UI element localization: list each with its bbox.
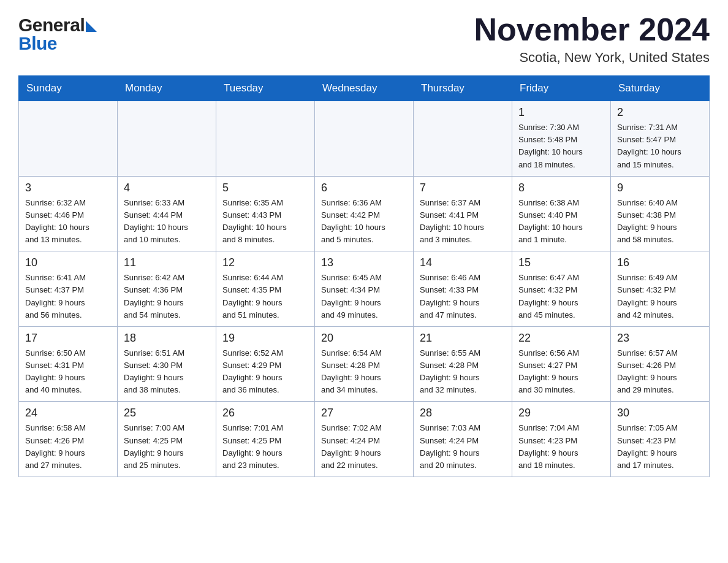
day-number: 14 bbox=[420, 256, 506, 269]
calendar-weekday-wednesday: Wednesday bbox=[315, 76, 414, 101]
calendar-cell: 26Sunrise: 7:01 AM Sunset: 4:25 PM Dayli… bbox=[216, 402, 315, 477]
logo-arrow-icon bbox=[86, 21, 97, 32]
day-info: Sunrise: 6:38 AM Sunset: 4:40 PM Dayligh… bbox=[518, 198, 583, 244]
day-number: 4 bbox=[124, 182, 210, 194]
calendar-cell bbox=[414, 101, 512, 177]
day-info: Sunrise: 6:33 AM Sunset: 4:44 PM Dayligh… bbox=[124, 198, 188, 244]
calendar-weekday-friday: Friday bbox=[512, 76, 611, 101]
day-number: 16 bbox=[617, 256, 703, 269]
day-info: Sunrise: 6:47 AM Sunset: 4:32 PM Dayligh… bbox=[518, 273, 579, 319]
day-info: Sunrise: 7:05 AM Sunset: 4:23 PM Dayligh… bbox=[617, 423, 678, 469]
day-number: 8 bbox=[518, 182, 604, 194]
calendar-cell: 16Sunrise: 6:49 AM Sunset: 4:32 PM Dayli… bbox=[611, 251, 710, 327]
day-info: Sunrise: 6:46 AM Sunset: 4:33 PM Dayligh… bbox=[420, 273, 480, 319]
calendar-cell: 20Sunrise: 6:54 AM Sunset: 4:28 PM Dayli… bbox=[315, 326, 414, 402]
calendar-week-row-3: 10Sunrise: 6:41 AM Sunset: 4:37 PM Dayli… bbox=[19, 251, 710, 327]
day-number: 23 bbox=[617, 332, 703, 345]
calendar-cell: 6Sunrise: 6:36 AM Sunset: 4:42 PM Daylig… bbox=[315, 176, 414, 251]
day-number: 20 bbox=[321, 332, 407, 345]
calendar-week-row-1: 1Sunrise: 7:30 AM Sunset: 5:48 PM Daylig… bbox=[19, 101, 710, 177]
day-number: 6 bbox=[321, 182, 407, 194]
calendar-cell: 1Sunrise: 7:30 AM Sunset: 5:48 PM Daylig… bbox=[512, 101, 611, 177]
calendar-cell: 24Sunrise: 6:58 AM Sunset: 4:26 PM Dayli… bbox=[19, 402, 118, 477]
calendar-cell: 9Sunrise: 6:40 AM Sunset: 4:38 PM Daylig… bbox=[611, 176, 710, 251]
day-number: 5 bbox=[222, 182, 308, 194]
calendar-cell: 18Sunrise: 6:51 AM Sunset: 4:30 PM Dayli… bbox=[118, 326, 216, 402]
calendar-weekday-tuesday: Tuesday bbox=[216, 76, 315, 101]
day-number: 12 bbox=[222, 256, 308, 269]
calendar-weekday-monday: Monday bbox=[118, 76, 216, 101]
day-number: 28 bbox=[420, 407, 506, 419]
day-info: Sunrise: 6:51 AM Sunset: 4:30 PM Dayligh… bbox=[124, 348, 184, 394]
calendar-cell: 8Sunrise: 6:38 AM Sunset: 4:40 PM Daylig… bbox=[512, 176, 611, 251]
calendar-cell: 25Sunrise: 7:00 AM Sunset: 4:25 PM Dayli… bbox=[118, 402, 216, 477]
calendar-cell: 7Sunrise: 6:37 AM Sunset: 4:41 PM Daylig… bbox=[414, 176, 512, 251]
day-number: 19 bbox=[222, 332, 308, 345]
calendar-cell: 10Sunrise: 6:41 AM Sunset: 4:37 PM Dayli… bbox=[19, 251, 118, 327]
location: Scotia, New York, United States bbox=[474, 50, 710, 66]
calendar-cell: 2Sunrise: 7:31 AM Sunset: 5:47 PM Daylig… bbox=[611, 101, 710, 177]
calendar-cell: 23Sunrise: 6:57 AM Sunset: 4:26 PM Dayli… bbox=[611, 326, 710, 402]
day-number: 7 bbox=[420, 182, 506, 194]
calendar-cell bbox=[315, 101, 414, 177]
calendar-table: SundayMondayTuesdayWednesdayThursdayFrid… bbox=[18, 75, 710, 477]
day-info: Sunrise: 6:50 AM Sunset: 4:31 PM Dayligh… bbox=[25, 348, 86, 394]
day-info: Sunrise: 6:36 AM Sunset: 4:42 PM Dayligh… bbox=[321, 198, 385, 244]
calendar-cell: 13Sunrise: 6:45 AM Sunset: 4:34 PM Dayli… bbox=[315, 251, 414, 327]
calendar-weekday-saturday: Saturday bbox=[611, 76, 710, 101]
day-number: 27 bbox=[321, 407, 407, 419]
day-number: 18 bbox=[124, 332, 210, 345]
logo-general-text: General bbox=[18, 15, 85, 36]
day-info: Sunrise: 6:37 AM Sunset: 4:41 PM Dayligh… bbox=[420, 198, 484, 244]
day-number: 10 bbox=[25, 256, 111, 269]
day-info: Sunrise: 6:41 AM Sunset: 4:37 PM Dayligh… bbox=[25, 273, 86, 319]
calendar-cell: 4Sunrise: 6:33 AM Sunset: 4:44 PM Daylig… bbox=[118, 176, 216, 251]
calendar-cell: 28Sunrise: 7:03 AM Sunset: 4:24 PM Dayli… bbox=[414, 402, 512, 477]
day-info: Sunrise: 6:35 AM Sunset: 4:43 PM Dayligh… bbox=[222, 198, 287, 244]
calendar-cell bbox=[19, 101, 118, 177]
day-number: 3 bbox=[25, 182, 111, 194]
day-info: Sunrise: 7:31 AM Sunset: 5:47 PM Dayligh… bbox=[617, 123, 681, 169]
day-number: 30 bbox=[617, 407, 703, 419]
calendar-header-row: SundayMondayTuesdayWednesdayThursdayFrid… bbox=[19, 76, 710, 101]
calendar-cell: 14Sunrise: 6:46 AM Sunset: 4:33 PM Dayli… bbox=[414, 251, 512, 327]
day-info: Sunrise: 6:45 AM Sunset: 4:34 PM Dayligh… bbox=[321, 273, 382, 319]
day-number: 11 bbox=[124, 256, 210, 269]
calendar-cell bbox=[118, 101, 216, 177]
day-number: 22 bbox=[518, 332, 604, 345]
day-info: Sunrise: 6:52 AM Sunset: 4:29 PM Dayligh… bbox=[222, 348, 283, 394]
calendar-cell: 3Sunrise: 6:32 AM Sunset: 4:46 PM Daylig… bbox=[19, 176, 118, 251]
logo-blue-text: Blue bbox=[18, 33, 57, 54]
calendar-cell: 17Sunrise: 6:50 AM Sunset: 4:31 PM Dayli… bbox=[19, 326, 118, 402]
day-info: Sunrise: 6:42 AM Sunset: 4:36 PM Dayligh… bbox=[124, 273, 184, 319]
logo: General Blue bbox=[18, 12, 97, 54]
calendar-week-row-4: 17Sunrise: 6:50 AM Sunset: 4:31 PM Dayli… bbox=[19, 326, 710, 402]
day-number: 26 bbox=[222, 407, 308, 419]
day-info: Sunrise: 7:01 AM Sunset: 4:25 PM Dayligh… bbox=[222, 423, 283, 469]
day-number: 15 bbox=[518, 256, 604, 269]
calendar-cell: 22Sunrise: 6:56 AM Sunset: 4:27 PM Dayli… bbox=[512, 326, 611, 402]
calendar-cell: 30Sunrise: 7:05 AM Sunset: 4:23 PM Dayli… bbox=[611, 402, 710, 477]
day-info: Sunrise: 6:57 AM Sunset: 4:26 PM Dayligh… bbox=[617, 348, 678, 394]
day-info: Sunrise: 6:54 AM Sunset: 4:28 PM Dayligh… bbox=[321, 348, 382, 394]
day-info: Sunrise: 7:04 AM Sunset: 4:23 PM Dayligh… bbox=[518, 423, 579, 469]
calendar-cell: 19Sunrise: 6:52 AM Sunset: 4:29 PM Dayli… bbox=[216, 326, 315, 402]
day-info: Sunrise: 7:00 AM Sunset: 4:25 PM Dayligh… bbox=[124, 423, 184, 469]
page-header: General Blue November 2024 Scotia, New Y… bbox=[18, 12, 710, 66]
calendar-cell: 29Sunrise: 7:04 AM Sunset: 4:23 PM Dayli… bbox=[512, 402, 611, 477]
title-section: November 2024 Scotia, New York, United S… bbox=[474, 12, 710, 66]
day-info: Sunrise: 6:49 AM Sunset: 4:32 PM Dayligh… bbox=[617, 273, 678, 319]
day-number: 2 bbox=[617, 106, 703, 119]
day-info: Sunrise: 7:02 AM Sunset: 4:24 PM Dayligh… bbox=[321, 423, 382, 469]
day-number: 21 bbox=[420, 332, 506, 345]
day-info: Sunrise: 6:44 AM Sunset: 4:35 PM Dayligh… bbox=[222, 273, 283, 319]
calendar-week-row-5: 24Sunrise: 6:58 AM Sunset: 4:26 PM Dayli… bbox=[19, 402, 710, 477]
calendar-cell bbox=[216, 101, 315, 177]
calendar-cell: 5Sunrise: 6:35 AM Sunset: 4:43 PM Daylig… bbox=[216, 176, 315, 251]
day-number: 29 bbox=[518, 407, 604, 419]
calendar-cell: 21Sunrise: 6:55 AM Sunset: 4:28 PM Dayli… bbox=[414, 326, 512, 402]
calendar-cell: 15Sunrise: 6:47 AM Sunset: 4:32 PM Dayli… bbox=[512, 251, 611, 327]
day-info: Sunrise: 7:30 AM Sunset: 5:48 PM Dayligh… bbox=[518, 123, 583, 169]
day-info: Sunrise: 6:32 AM Sunset: 4:46 PM Dayligh… bbox=[25, 198, 89, 244]
calendar-weekday-sunday: Sunday bbox=[19, 76, 118, 101]
